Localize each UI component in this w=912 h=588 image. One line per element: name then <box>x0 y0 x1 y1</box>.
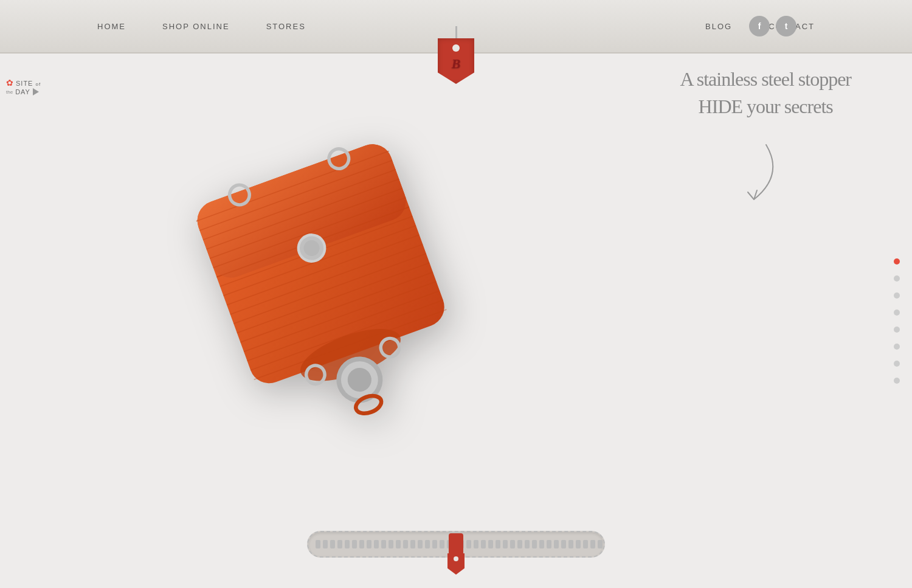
zipper-slider[interactable] <box>449 533 463 555</box>
zipper-tooth <box>474 540 478 548</box>
day-badge: the DAY <box>6 88 39 95</box>
nav-left: HOME SHOP ONLINE STORES <box>97 22 306 31</box>
nav-blog[interactable]: BLOG <box>705 22 732 31</box>
zipper-tooth <box>440 540 444 548</box>
zipper-tooth <box>432 540 437 548</box>
zipper-tooth <box>345 540 350 548</box>
curved-arrow <box>717 139 790 220</box>
zipper-tooth <box>576 540 581 548</box>
slide-dot-7[interactable] <box>894 361 900 367</box>
hero-text: A stainless steel stopper HIDE your secr… <box>680 66 851 120</box>
zipper-tooth <box>554 540 559 548</box>
slide-dot-5[interactable] <box>894 327 900 333</box>
zipper-tooth <box>525 540 530 548</box>
flower-icon: ✿ <box>6 78 13 88</box>
logo-container: B <box>438 26 474 84</box>
product-bag <box>170 102 474 449</box>
hero-line2: HIDE your secrets <box>680 93 851 120</box>
zipper-tooth <box>583 540 588 548</box>
slide-dot-1[interactable] <box>894 258 900 265</box>
zipper-tooth <box>517 540 522 548</box>
zipper-tooth <box>381 540 386 548</box>
zipper-tooth <box>323 540 328 548</box>
site-header: HOME SHOP ONLINE STORES B BLOG CONTACT f… <box>0 0 912 54</box>
slide-dot-3[interactable] <box>894 292 900 299</box>
zipper-track <box>307 531 605 558</box>
zipper-tooth <box>510 540 515 548</box>
slide-dot-6[interactable] <box>894 344 900 350</box>
zipper-tooth <box>598 540 603 548</box>
zipper-tooth <box>367 540 371 548</box>
zipper-tooth <box>403 540 408 548</box>
day-label: DAY <box>15 88 30 95</box>
zipper-pull-tag[interactable] <box>447 553 465 575</box>
logo-string <box>455 26 457 38</box>
site-label: SITE of <box>16 80 41 87</box>
zipper-navigation[interactable] <box>307 531 605 558</box>
zipper-tooth <box>568 540 573 548</box>
zipper-tooth <box>396 540 401 548</box>
nav-home[interactable]: HOME <box>97 22 126 31</box>
the-label: the <box>6 89 13 95</box>
zipper-tooth <box>337 540 342 548</box>
slide-dot-4[interactable] <box>894 310 900 316</box>
slide-dots <box>894 258 900 384</box>
zipper-tooth <box>374 540 379 548</box>
nav-stores[interactable]: STORES <box>266 22 306 31</box>
badge-arrow-icon <box>33 88 39 95</box>
nav-right: BLOG CONTACT f t <box>705 22 815 31</box>
zipper-tooth <box>359 540 364 548</box>
zipper-tooth <box>466 540 471 548</box>
site-badge-inner: ✿ SITE of <box>6 78 41 88</box>
facebook-icon[interactable]: f <box>749 16 770 36</box>
nav-shop-online[interactable]: SHOP ONLINE <box>162 22 230 31</box>
zipper-tooth <box>410 540 415 548</box>
zipper-tooth <box>389 540 393 548</box>
logo-tag[interactable]: B <box>438 38 474 84</box>
logo-letter: B <box>452 56 461 72</box>
zipper-tooth <box>590 540 595 548</box>
zipper-tooth <box>561 540 566 548</box>
twitter-icon[interactable]: t <box>776 16 796 36</box>
slide-dot-2[interactable] <box>894 275 900 282</box>
site-of-the-day-badge[interactable]: ✿ SITE of the DAY <box>6 78 41 95</box>
main-content: ✿ SITE of the DAY A stainless steel stop… <box>0 54 912 588</box>
hero-line1: A stainless steel stopper <box>680 66 851 93</box>
zipper-tooth <box>316 540 320 548</box>
zipper-tooth <box>481 540 486 548</box>
zipper-tooth <box>539 540 544 548</box>
social-icons: f t <box>749 16 796 36</box>
zipper-teeth-left <box>316 540 459 548</box>
zipper-tooth <box>488 540 493 548</box>
zipper-tooth <box>418 540 423 548</box>
slide-dot-8[interactable] <box>894 378 900 384</box>
zipper-tooth <box>352 540 357 548</box>
zipper-tooth <box>532 540 537 548</box>
zipper-teeth-right <box>459 540 603 548</box>
zipper-tooth <box>496 540 500 548</box>
zipper-tooth <box>425 540 430 548</box>
zipper-tooth <box>503 540 508 548</box>
bag-image <box>170 102 474 449</box>
zipper-tooth <box>547 540 551 548</box>
zipper-tooth <box>330 540 335 548</box>
